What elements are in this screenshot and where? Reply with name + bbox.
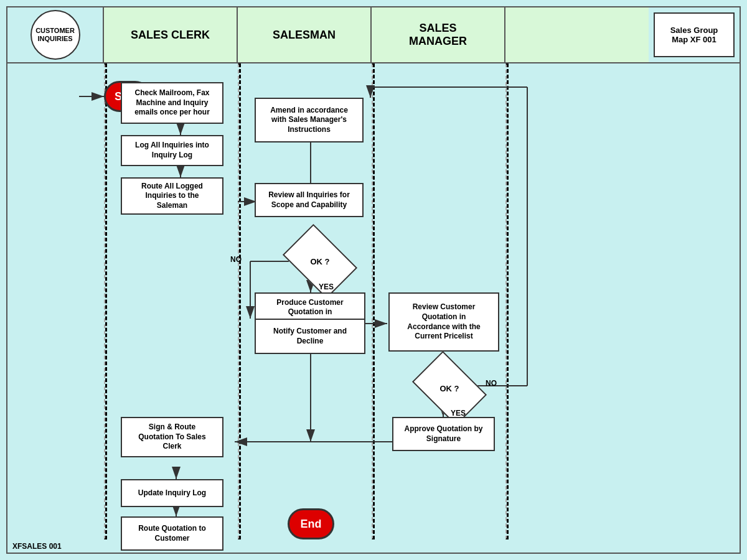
ok-diamond-2-label: OK ? <box>439 384 459 393</box>
footer-label: XFSALES 001 <box>12 542 62 551</box>
footer-text: XFSALES 001 <box>12 542 62 551</box>
sales-clerk-label: SALES CLERK <box>131 29 210 42</box>
update-inquiry-log-label: Update Inquiry Log <box>138 488 206 498</box>
sales-manager-label: SALES MANAGER <box>409 22 467 48</box>
customer-inquiries-cell: CUSTOMER INQUIRIES <box>7 7 104 62</box>
log-inquiries-box: Log All Inquiries into Inquiry Log <box>121 135 223 166</box>
amend-box: Amend in accordance with Sales Manager's… <box>255 98 364 142</box>
ok-diamond-1-label: OK ? <box>310 257 329 266</box>
no-label-1: NO <box>230 255 242 264</box>
route-saleman-box: Route All Logged Inquiries to the Salema… <box>121 177 223 215</box>
route-quotation-customer-label: Route Quotation to Customer <box>138 524 206 543</box>
check-mailroom-label: Check Mailroom, Fax Machine and Inquiry … <box>134 88 210 118</box>
review-customer-quotation-label: Review Customer Quotation in Accordance … <box>407 302 480 341</box>
sign-route-label: Sign & Route Quotation To Sales Clerk <box>138 422 205 452</box>
ok-diamond-2: OK ? <box>418 366 481 410</box>
approve-quotation-label: Approve Quotation by Signature <box>405 424 483 444</box>
arrows-svg <box>7 63 740 539</box>
customer-inquiries-circle: CUSTOMER INQUIRIES <box>31 10 80 60</box>
sales-group-box: Sales Group Map XF 001 <box>654 12 735 57</box>
main-container: CUSTOMER INQUIRIES SALES CLERK SALESMAN … <box>6 6 741 554</box>
sales-clerk-header: SALES CLERK <box>104 7 238 62</box>
yes-label-2: YES <box>451 409 466 418</box>
content-area: Start Check Mailroom, Fax Machine and In… <box>7 63 740 539</box>
review-inquiries-label: Review all Inquiries for Scope and Capab… <box>268 190 350 210</box>
col-dividers <box>7 63 740 539</box>
route-quotation-customer-box: Route Quotation to Customer <box>121 516 223 551</box>
log-inquiries-label: Log All Inquiries into Inquiry Log <box>135 141 209 160</box>
end-oval: End <box>288 508 334 539</box>
update-inquiry-log-box: Update Inquiry Log <box>121 479 223 507</box>
header-row: CUSTOMER INQUIRIES SALES CLERK SALESMAN … <box>7 7 740 63</box>
customer-inquiries-label: CUSTOMER INQUIRIES <box>35 27 75 43</box>
approve-quotation-box: Approve Quotation by Signature <box>392 417 495 451</box>
sales-manager-header: SALES MANAGER <box>372 7 505 62</box>
sales-group-label: Sales Group Map XF 001 <box>670 26 718 44</box>
check-mailroom-box: Check Mailroom, Fax Machine and Inquiry … <box>121 82 223 124</box>
notify-decline-label: Notify Customer and Decline <box>273 327 347 346</box>
salesman-label: SALESMAN <box>273 29 336 42</box>
empty-header <box>505 7 649 62</box>
notify-decline-box: Notify Customer and Decline <box>255 319 365 354</box>
no-label-2: NO <box>486 379 497 388</box>
yes-label-1: YES <box>319 282 334 291</box>
route-saleman-label: Route All Logged Inquiries to the Salema… <box>141 182 203 211</box>
sign-route-box: Sign & Route Quotation To Sales Clerk <box>121 417 223 457</box>
amend-label: Amend in accordance with Sales Manager's… <box>270 106 348 135</box>
review-customer-quotation-box: Review Customer Quotation in Accordance … <box>388 292 499 352</box>
review-inquiries-box: Review all Inquiries for Scope and Capab… <box>255 183 364 217</box>
ok-diamond-1: OK ? <box>289 240 351 283</box>
salesman-header: SALESMAN <box>238 7 372 62</box>
end-label: End <box>301 518 322 531</box>
